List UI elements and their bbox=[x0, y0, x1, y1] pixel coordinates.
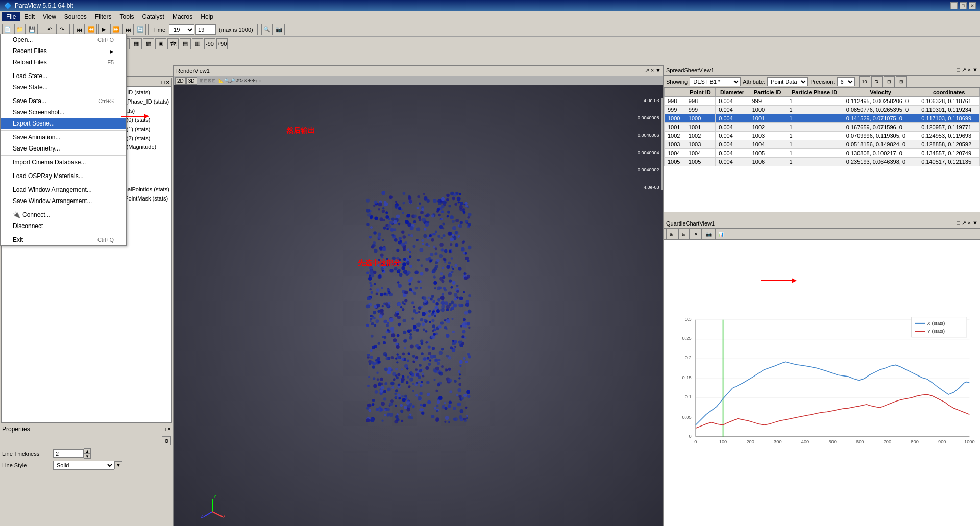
rt-3d[interactable]: 3D bbox=[186, 77, 197, 85]
minimize-button[interactable]: ─ bbox=[950, 2, 958, 9]
svg-point-688 bbox=[441, 210, 444, 213]
select7-btn[interactable]: 🗺 bbox=[167, 38, 179, 49]
table-row[interactable]: 100310030.004100410.0518156, 0.149824, 0… bbox=[665, 140, 980, 149]
menu-help[interactable]: Help bbox=[197, 12, 217, 21]
menu-connect[interactable]: 🔌 Connect... bbox=[1, 209, 126, 220]
table-cell: 1 bbox=[786, 114, 843, 123]
ss-table[interactable]: Point ID Diameter Particle ID Particle P… bbox=[664, 88, 980, 212]
table-row[interactable]: 100210020.004100310.0709996, 0.119305, 0… bbox=[665, 132, 980, 140]
qv-btn-5[interactable]: 📊 bbox=[715, 229, 726, 240]
menu-recent-files[interactable]: Recent Files ▶ bbox=[1, 45, 126, 57]
menu-save-state[interactable]: Save State... bbox=[1, 82, 126, 93]
table-cell: 0.124953, 0.119693 bbox=[918, 132, 980, 140]
qv-btn-1[interactable]: ⊞ bbox=[666, 229, 677, 240]
col-point-id[interactable]: Point ID bbox=[685, 88, 715, 97]
svg-point-28 bbox=[385, 211, 388, 214]
attribute-select[interactable]: Point Data bbox=[767, 77, 808, 86]
select11-btn[interactable]: +90 bbox=[216, 38, 228, 49]
menu-macros[interactable]: Macros bbox=[168, 12, 197, 21]
menu-save-animation[interactable]: Save Animation... bbox=[1, 132, 126, 143]
camera-btn[interactable]: 🔍 bbox=[261, 24, 273, 35]
menu-import-cinema[interactable]: Import Cinema Database... bbox=[1, 157, 126, 168]
menu-save-geometry[interactable]: Save Geometry... bbox=[1, 143, 126, 154]
col-phase-id[interactable]: Particle Phase ID bbox=[786, 88, 843, 97]
ss-btn-2[interactable]: ⇅ bbox=[871, 76, 883, 87]
menu-reload[interactable]: Reload Files F5 bbox=[1, 57, 126, 68]
spin-up[interactable]: ▲ bbox=[84, 448, 91, 454]
svg-point-659 bbox=[438, 325, 442, 328]
col-diameter[interactable]: Diameter bbox=[716, 88, 749, 97]
svg-point-509 bbox=[415, 394, 418, 396]
showing-select[interactable]: DES FB1 * bbox=[690, 77, 741, 86]
camera2-btn[interactable]: 📷 bbox=[274, 24, 285, 35]
select9-btn[interactable]: ▥ bbox=[192, 38, 203, 49]
svg-point-157 bbox=[441, 365, 444, 367]
line-style-select[interactable]: Solid Dash Dot DashDot bbox=[53, 461, 114, 470]
qv-btn-2[interactable]: ⊟ bbox=[678, 229, 690, 240]
ss-btn-1[interactable]: 10 bbox=[859, 76, 870, 87]
spin-down[interactable]: ▼ bbox=[84, 454, 91, 459]
table-row[interactable]: 100010000.004100110.141529, 0.071075, 00… bbox=[665, 114, 980, 123]
svg-point-278 bbox=[412, 382, 414, 384]
select4-btn[interactable]: ▦ bbox=[131, 38, 142, 49]
menu-open[interactable]: Open... Ctrl+O bbox=[1, 34, 126, 45]
qv-btn-4[interactable]: 📷 bbox=[703, 229, 714, 240]
select8-btn[interactable]: ▤ bbox=[180, 38, 191, 49]
menu-catalyst[interactable]: Catalyst bbox=[138, 12, 168, 21]
menu-export-scene[interactable]: Export Scene... bbox=[1, 118, 126, 129]
menu-load-state[interactable]: Load State... bbox=[1, 70, 126, 82]
table-cell: 0.0518156, 0.149824, 0 bbox=[843, 140, 918, 149]
menu-save-screenshot[interactable]: Save Screenshot... bbox=[1, 107, 126, 118]
precision-select[interactable]: 6 bbox=[837, 77, 855, 86]
menu-disconnect[interactable]: Disconnect bbox=[1, 220, 126, 232]
svg-point-755 bbox=[399, 273, 403, 277]
menu-save-data[interactable]: Save Data... Ctrl+S bbox=[1, 95, 126, 107]
menu-tools[interactable]: Tools bbox=[116, 12, 138, 21]
svg-point-76 bbox=[414, 270, 419, 274]
svg-point-245 bbox=[386, 293, 389, 296]
select6-btn[interactable]: ▣ bbox=[155, 38, 166, 49]
ss-btn-3[interactable]: ⊡ bbox=[884, 76, 895, 87]
svg-point-589 bbox=[439, 254, 443, 258]
menu-load-ospray[interactable]: Load OSPRay Materials... bbox=[1, 170, 126, 182]
col-coordinates[interactable]: coordinates bbox=[918, 88, 980, 97]
menu-sources[interactable]: Sources bbox=[60, 12, 91, 21]
table-row[interactable]: 100110010.004100210.167659, 0.071596, 00… bbox=[665, 123, 980, 132]
menu-edit[interactable]: Edit bbox=[20, 12, 39, 21]
svg-text:0: 0 bbox=[694, 439, 697, 444]
menu-exit[interactable]: Exit Ctrl+Q bbox=[1, 234, 126, 245]
menu-file[interactable]: File bbox=[2, 12, 20, 21]
svg-point-680 bbox=[433, 275, 436, 278]
col-velocity[interactable]: Velocity bbox=[843, 88, 918, 97]
table-row[interactable]: 9989980.00499910.112495, 0.00258206, 00.… bbox=[665, 97, 980, 106]
col-particle-id[interactable]: Particle ID bbox=[749, 88, 786, 97]
maximize-button[interactable]: □ bbox=[960, 2, 967, 9]
menu-filters[interactable]: Filters bbox=[91, 12, 116, 21]
svg-point-798 bbox=[423, 296, 426, 300]
table-row[interactable]: 100510050.004100610.235193, 0.0646398, 0… bbox=[665, 158, 980, 166]
svg-point-59 bbox=[456, 394, 458, 396]
line-style-expand[interactable]: ▼ bbox=[114, 461, 122, 469]
select10-btn[interactable]: -90 bbox=[204, 38, 215, 49]
menu-save-window[interactable]: Save Window Arrangement... bbox=[1, 195, 126, 207]
table-row[interactable]: 100410040.004100510.130808, 0.100217, 00… bbox=[665, 149, 980, 158]
ss-hscrollbar[interactable] bbox=[664, 212, 980, 218]
svg-point-582 bbox=[418, 380, 420, 383]
time-select[interactable]: 19 bbox=[169, 24, 194, 35]
menu-load-window[interactable]: Load Window Arrangement... bbox=[1, 184, 126, 195]
table-cell: 0.004 bbox=[716, 140, 749, 149]
table-row[interactable]: 9999990.004100010.0850776, 0.0265395, 00… bbox=[665, 106, 980, 114]
menu-view[interactable]: View bbox=[39, 12, 60, 21]
last-frame-btn[interactable]: 🔄 bbox=[135, 24, 146, 35]
render-view[interactable]: RenderView1 □ ↗ × ▼ 2D 3D ⊞⊟⊠⊡ 📐🔍🔎↺↻✕✚✤↕… bbox=[174, 65, 664, 526]
qv-btn-3[interactable]: ✕ bbox=[691, 229, 702, 240]
window-controls[interactable]: ─ □ ✕ bbox=[950, 2, 976, 9]
select5-btn[interactable]: ▩ bbox=[143, 38, 154, 49]
close-button[interactable]: ✕ bbox=[969, 2, 976, 9]
ss-btn-4[interactable]: ⊞ bbox=[896, 76, 907, 87]
rt-2d[interactable]: 2D bbox=[175, 77, 186, 85]
props-gear-btn[interactable]: ⚙ bbox=[162, 436, 171, 445]
time-input[interactable] bbox=[195, 24, 216, 35]
line-thickness-spinner[interactable]: ▲ ▼ bbox=[84, 448, 91, 459]
render-scene[interactable]: 4.0e-03 0.0040008 0.0040006 0.0040004 0.… bbox=[174, 85, 663, 526]
